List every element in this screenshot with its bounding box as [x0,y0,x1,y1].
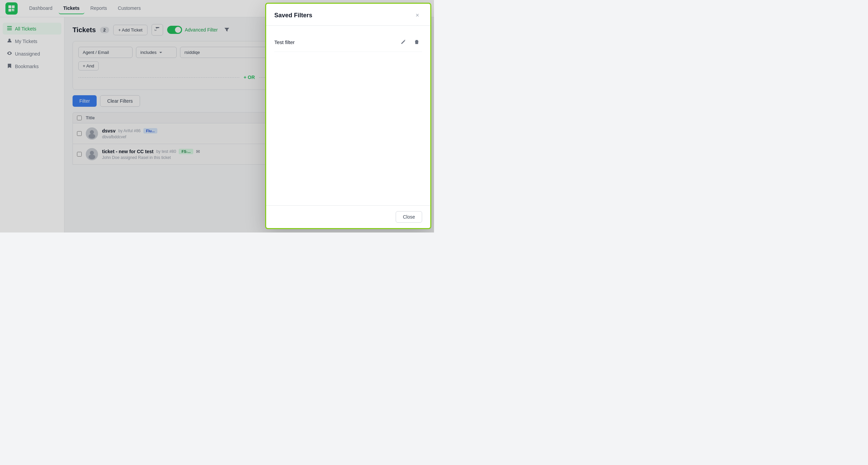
saved-filter-actions [398,37,422,47]
modal-body: Test filter [266,26,430,205]
saved-filters-modal: Saved Filters × Test filter Close [265,3,431,229]
delete-saved-filter-button[interactable] [411,37,422,47]
saved-filter-item: Test filter [274,33,422,52]
modal-footer: Close [266,205,430,228]
modal-title: Saved Filters [274,12,312,19]
edit-saved-filter-button[interactable] [398,37,409,47]
saved-filter-name: Test filter [274,39,295,45]
modal-header: Saved Filters × [266,4,430,26]
modal-close-btn[interactable]: Close [396,211,422,223]
modal-close-button[interactable]: × [413,11,422,20]
